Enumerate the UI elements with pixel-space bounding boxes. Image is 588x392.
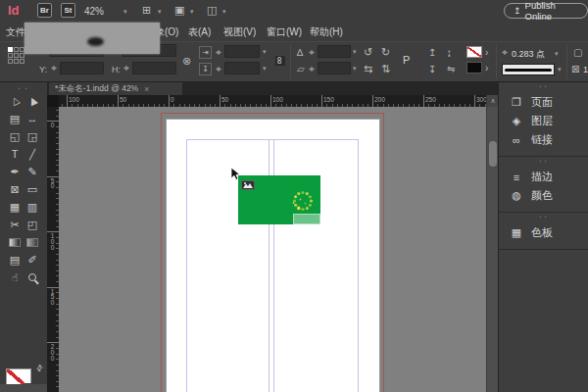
rotation-field[interactable] (318, 45, 351, 58)
vertical-grid-tool[interactable]: ▥ (24, 199, 41, 215)
scissors-tool[interactable]: ✂ (6, 217, 24, 232)
panel-tab-页面[interactable]: ❐页面 (499, 93, 588, 112)
menu-item[interactable]: 帮助(H) (310, 25, 343, 39)
panel-tab-颜色[interactable]: ◍颜色 (499, 186, 588, 205)
view-options-icon[interactable]: ⊞ (142, 4, 151, 17)
y-stepper[interactable] (51, 63, 58, 74)
publish-online-button[interactable]: ↥ Publish Online (504, 3, 588, 19)
h-stepper[interactable] (123, 63, 130, 74)
pen-tool[interactable]: ✒ (6, 164, 24, 179)
stroke-arrow-icon[interactable]: › (485, 64, 488, 74)
stroke-weight-dropdown-icon[interactable]: ▾ (555, 50, 559, 58)
horizontal-ruler[interactable]: 10050050100150200250300 (59, 95, 486, 107)
free-transform-tool[interactable]: ◰ (24, 217, 41, 232)
menu-item[interactable]: 视图(V) (223, 25, 256, 39)
screen-mode-icon[interactable]: ▣ (174, 4, 184, 17)
menu-item[interactable]: 表(A) (188, 25, 211, 39)
flip-vertical-icon[interactable]: ⇅ (381, 64, 390, 74)
vertical-ruler[interactable]: 05 01 0 01 5 02 0 0 (47, 107, 59, 392)
gradient-swatch-tool[interactable] (6, 234, 24, 250)
distribute-horizontal-icon[interactable]: ⇋ (447, 65, 455, 74)
corner-size-value[interactable]: 10 (583, 65, 588, 74)
stroke-style-dropdown-icon[interactable]: ▾ (558, 66, 562, 74)
corner-options-icon[interactable]: ▢ (573, 48, 582, 58)
tab-close-icon[interactable]: × (144, 84, 149, 94)
scrollbar-thumb[interactable] (489, 141, 497, 167)
line-tool[interactable]: ╱ (24, 146, 41, 162)
rotation-stepper[interactable] (309, 47, 316, 58)
frame-tool[interactable]: ⊠ (6, 181, 24, 197)
content-collector-tool[interactable]: ◱ (6, 128, 24, 144)
align-bottom-icon[interactable]: ↧ (428, 65, 436, 74)
ruler-label: 1 5 0 (47, 289, 58, 306)
rotation-dropdown-icon[interactable]: ▾ (353, 48, 357, 56)
note-tool[interactable]: ▤ (6, 252, 24, 268)
hand-tool[interactable]: ☝ (6, 270, 24, 285)
document-canvas[interactable] (59, 107, 486, 392)
zoom-level-value[interactable]: 42% (84, 6, 104, 17)
corner-size-icon[interactable]: ⊠ (571, 65, 579, 74)
horizontal-grid-tool[interactable]: ▦ (6, 199, 24, 215)
selection-tool[interactable]: ▷ (6, 93, 24, 109)
pencil-tool[interactable]: ✎ (24, 164, 41, 179)
stroke-swatch[interactable] (466, 62, 482, 74)
broken-link-icon[interactable]: ⊗ (182, 56, 191, 66)
placed-image-frame[interactable] (238, 175, 320, 224)
select-previous-object[interactable]: P (403, 55, 410, 65)
gap-tool[interactable]: ↔ (24, 111, 41, 126)
content-placer-tool[interactable]: ◲ (24, 128, 41, 144)
gradient-feather-tool[interactable] (24, 234, 41, 250)
scale-x-stepper[interactable] (216, 47, 222, 58)
zoom-dropdown-icon[interactable]: ▾ (123, 8, 127, 16)
panel-grip[interactable]: • • (0, 85, 47, 91)
scale-y-stepper[interactable] (216, 64, 222, 74)
rotate-ccw-icon[interactable]: ↺ (364, 47, 372, 57)
stroke-style-select[interactable] (502, 64, 555, 75)
reference-point-proxy[interactable] (8, 47, 24, 64)
ruler-tick (321, 95, 322, 107)
y-field[interactable] (60, 62, 104, 74)
rotate-cw-icon[interactable]: ↻ (381, 47, 390, 57)
eyedropper-tool[interactable]: ✐ (24, 252, 41, 268)
stock-button[interactable]: St (61, 3, 75, 18)
flip-horizontal-icon[interactable]: ⇆ (364, 64, 372, 74)
toolbar-footer (0, 384, 47, 392)
rectangle-tool[interactable]: ▭ (24, 181, 41, 197)
ruler-corner[interactable] (47, 95, 59, 107)
panel-tab-链接[interactable]: ∞链接 (499, 130, 588, 149)
document-tab[interactable]: *未命名-1.indd @ 42% × (49, 82, 182, 95)
type-tool[interactable]: T (6, 146, 24, 162)
h-field[interactable] (132, 62, 176, 74)
distribute-vertical-icon[interactable]: ↨ (447, 48, 452, 58)
arrange-documents-icon[interactable]: ◫ (207, 4, 217, 17)
scale-x-field[interactable] (224, 45, 260, 58)
panel-tab-图层[interactable]: ◈图层 (499, 112, 588, 130)
bridge-button[interactable]: Br (37, 3, 52, 18)
shear-field[interactable] (318, 62, 351, 74)
arrange-documents-dropdown-icon[interactable]: ▾ (222, 8, 226, 16)
fill-swatch[interactable] (466, 46, 482, 58)
scale-x-dropdown-icon[interactable]: ▾ (263, 48, 267, 56)
fill-arrow-icon[interactable]: › (485, 48, 488, 58)
ruler-label: 300 (476, 96, 486, 103)
stroke-weight-value[interactable]: 0.283 点 (512, 49, 545, 59)
swap-fill-stroke-icon[interactable]: ⇄ (34, 363, 45, 373)
constrain-scale-icon[interactable]: ∞ (275, 56, 285, 66)
scale-y-field[interactable] (224, 62, 260, 74)
stroke-weight-stepper[interactable] (502, 47, 509, 58)
panel-tab-色板[interactable]: ▦色板 (499, 223, 588, 242)
align-top-icon[interactable]: ↥ (428, 48, 436, 58)
screen-mode-dropdown-icon[interactable]: ▾ (190, 8, 194, 16)
shear-dropdown-icon[interactable]: ▾ (353, 65, 357, 73)
page-tool[interactable]: ▤ (6, 111, 24, 126)
panel-tab-描边[interactable]: ≡描边 (499, 168, 588, 186)
ruler-tick (169, 95, 170, 107)
view-options-dropdown-icon[interactable]: ▾ (158, 8, 162, 16)
shear-stepper[interactable] (309, 64, 316, 74)
scale-y-dropdown-icon[interactable]: ▾ (263, 65, 267, 73)
direct-selection-tool[interactable]: ▶ (24, 93, 41, 109)
zoom-tool[interactable] (24, 270, 41, 285)
menu-item[interactable]: 窗口(W) (267, 25, 302, 39)
vertical-scrollbar[interactable]: ∧ (486, 95, 498, 392)
link-badge-icon[interactable] (241, 180, 255, 190)
